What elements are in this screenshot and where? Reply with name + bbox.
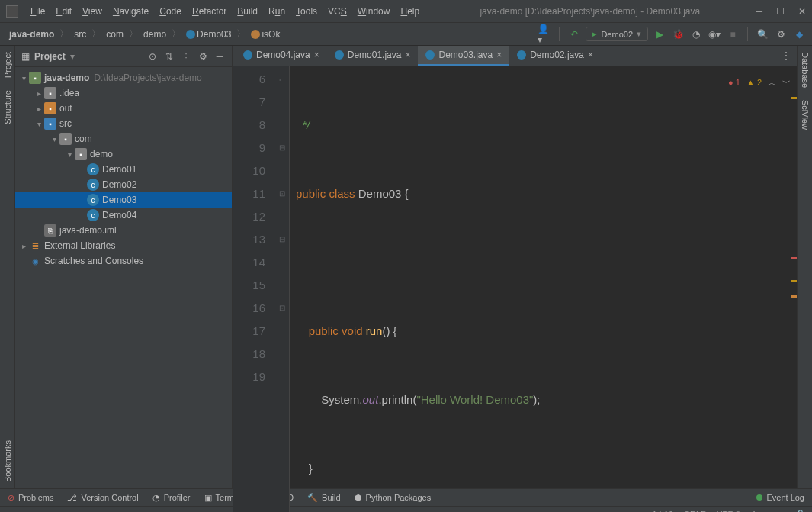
back-arrow-icon[interactable]: ↶ xyxy=(567,27,581,41)
tree-scratches[interactable]: ◉Scratches and Consoles xyxy=(15,253,232,269)
settings-icon[interactable]: ⚙ xyxy=(774,27,788,41)
folder-icon: ▪ xyxy=(44,118,56,130)
code-content[interactable]: */ public class Demo03 { public void run… xyxy=(290,66,797,512)
window-title: java-demo [D:\IdeaProjects\java-demo] - … xyxy=(424,6,756,17)
breadcrumb-com[interactable]: com xyxy=(103,28,127,40)
search-icon[interactable]: 🔍 xyxy=(756,27,769,41)
close-icon[interactable]: × xyxy=(588,50,593,60)
class-icon xyxy=(425,50,435,60)
close-button[interactable]: ✕ xyxy=(798,6,806,17)
tool-tab-structure[interactable]: Structure xyxy=(2,84,14,130)
tree-out[interactable]: ▸▪out xyxy=(15,101,232,116)
close-icon[interactable]: × xyxy=(314,50,319,60)
warning-count[interactable]: ▲ 2 xyxy=(746,71,762,94)
panel-title[interactable]: Project xyxy=(34,51,66,62)
hide-panel-icon[interactable]: ─ xyxy=(213,50,226,63)
method-icon xyxy=(251,30,260,39)
project-view-icon: ▦ xyxy=(21,51,30,62)
error-stripe[interactable] xyxy=(789,66,797,512)
run-button[interactable]: ▶ xyxy=(653,27,666,41)
menu-edit[interactable]: Edit xyxy=(51,5,76,18)
class-icon xyxy=(517,50,526,60)
folder-icon: ▪ xyxy=(44,87,56,99)
menu-help[interactable]: Help xyxy=(396,5,424,18)
project-panel: ▦ Project ▾ ⊙ ⇅ ÷ ⚙ ─ ▾▪java-demoD:\Idea… xyxy=(15,46,233,488)
tab-demo03[interactable]: Demo03.java× xyxy=(418,46,509,66)
tabs-more-icon[interactable]: ⋮ xyxy=(775,50,797,61)
tree-demo04[interactable]: cDemo04 xyxy=(15,208,232,223)
stop-button[interactable]: ■ xyxy=(726,27,740,41)
nav-toolbar: java-demo〉 src〉 com〉 demo〉 Demo03〉 isOk … xyxy=(0,23,812,46)
class-icon xyxy=(243,50,252,60)
tab-demo02[interactable]: Demo02.java× xyxy=(509,46,601,66)
prev-highlight-icon[interactable]: ︿ xyxy=(768,71,776,94)
user-icon[interactable]: 👤▾ xyxy=(538,27,551,41)
class-icon: c xyxy=(87,163,99,175)
ide-features-icon[interactable]: ◆ xyxy=(792,27,806,41)
menu-run[interactable]: Run xyxy=(264,5,290,18)
folder-icon: ▪ xyxy=(44,102,56,114)
menu-file[interactable]: File xyxy=(26,5,50,18)
inspection-overlay[interactable]: ● 1 ▲ 2 ︿ ﹀ xyxy=(728,71,791,94)
class-icon: c xyxy=(87,194,99,206)
tool-tab-bookmarks[interactable]: Bookmarks xyxy=(2,434,14,488)
tool-problems[interactable]: ⊘Problems xyxy=(8,493,53,503)
minimize-button[interactable]: ─ xyxy=(756,6,762,17)
tree-external[interactable]: ▸𝌆External Libraries xyxy=(15,238,232,253)
breadcrumb-class[interactable]: Demo03 xyxy=(183,28,234,40)
breadcrumb[interactable]: java-demo〉 src〉 com〉 demo〉 Demo03〉 isOk xyxy=(6,27,283,40)
tool-tab-project[interactable]: Project xyxy=(2,46,14,84)
close-icon[interactable]: × xyxy=(405,50,410,60)
tab-demo01[interactable]: Demo01.java× xyxy=(327,46,419,66)
tree-demo[interactable]: ▾▪demo xyxy=(15,147,232,162)
tree-demo03[interactable]: cDemo03 xyxy=(15,192,232,208)
collapse-icon[interactable]: ÷ xyxy=(180,50,192,63)
titlebar: File Edit View Navigate Code Refactor Bu… xyxy=(0,0,812,23)
app-logo-icon xyxy=(6,5,18,18)
menu-build[interactable]: Build xyxy=(233,5,262,18)
tree-demo02[interactable]: cDemo02 xyxy=(15,177,232,192)
debug-button[interactable]: 🐞 xyxy=(671,27,685,41)
menu-tools[interactable]: Tools xyxy=(291,5,322,18)
maximize-button[interactable]: ☐ xyxy=(776,6,785,17)
select-opened-icon[interactable]: ⊙ xyxy=(146,50,159,63)
tree-iml[interactable]: ⎘java-demo.iml xyxy=(15,223,232,238)
class-icon: c xyxy=(87,209,99,221)
close-icon[interactable]: × xyxy=(496,50,502,60)
menu-vcs[interactable]: VCS xyxy=(323,5,351,18)
line-numbers: 678910111213141516171819 xyxy=(233,66,274,512)
tree-demo01[interactable]: cDemo01 xyxy=(15,162,232,177)
run-config-select[interactable]: ▸Demo02▾ xyxy=(586,27,648,41)
breadcrumb-src[interactable]: src xyxy=(71,28,89,40)
class-icon: c xyxy=(87,179,99,191)
breadcrumb-root[interactable]: java-demo xyxy=(6,28,57,40)
tool-tab-sciview[interactable]: SciView xyxy=(799,94,811,136)
tree-src[interactable]: ▾▪src xyxy=(15,116,232,131)
folder-icon: ▪ xyxy=(29,72,41,84)
tool-vcs[interactable]: ⎇Version Control xyxy=(67,493,138,503)
menu-refactor[interactable]: Refactor xyxy=(188,5,231,18)
tab-demo04[interactable]: Demo04.java× xyxy=(236,46,327,66)
profile-icon[interactable]: ◉▾ xyxy=(708,27,721,41)
folder-icon: ▪ xyxy=(59,133,72,145)
breadcrumb-method[interactable]: isOk xyxy=(248,28,283,40)
menu-view[interactable]: View xyxy=(78,5,107,18)
error-count[interactable]: ● 1 xyxy=(728,71,740,94)
library-icon: 𝌆 xyxy=(29,240,41,252)
code-editor[interactable]: 678910111213141516171819 ⌐⊟⊡⊟⊡ */ public… xyxy=(233,66,797,512)
tree-com[interactable]: ▾▪com xyxy=(15,131,232,147)
breadcrumb-demo[interactable]: demo xyxy=(140,28,169,40)
tree-idea[interactable]: ▸▪.idea xyxy=(15,85,232,101)
menu-window[interactable]: Window xyxy=(353,5,395,18)
expand-all-icon[interactable]: ⇅ xyxy=(163,50,175,63)
panel-settings-icon[interactable]: ⚙ xyxy=(197,50,209,63)
tool-tab-database[interactable]: Database xyxy=(799,46,811,94)
coverage-icon[interactable]: ◔ xyxy=(689,27,703,41)
panel-dropdown-icon[interactable]: ▾ xyxy=(70,51,75,62)
tree-root[interactable]: ▾▪java-demoD:\IdeaProjects\java-demo xyxy=(15,70,232,85)
tool-profiler[interactable]: ◔Profiler xyxy=(152,493,191,503)
menu-code[interactable]: Code xyxy=(155,5,186,18)
project-tree[interactable]: ▾▪java-demoD:\IdeaProjects\java-demo ▸▪.… xyxy=(15,67,232,488)
menu-navigate[interactable]: Navigate xyxy=(108,5,153,18)
fold-gutter[interactable]: ⌐⊟⊡⊟⊡ xyxy=(274,66,290,512)
